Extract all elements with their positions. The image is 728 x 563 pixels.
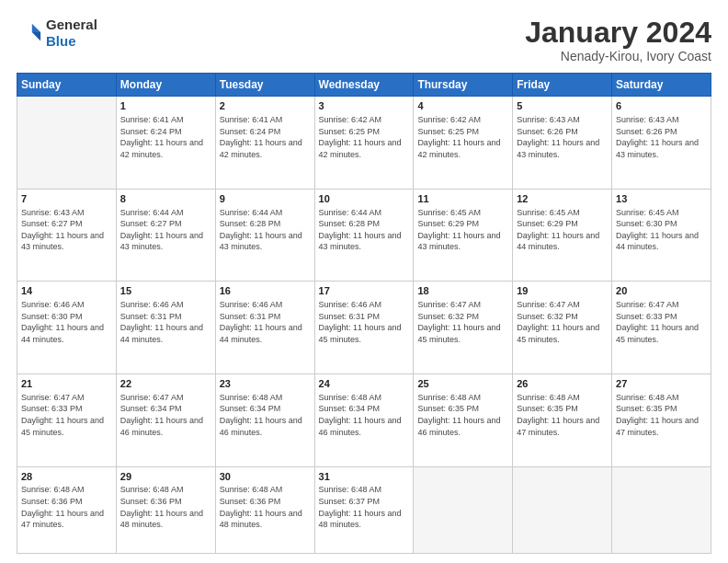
day-number: 25 [417,377,508,391]
calendar-day: 10Sunrise: 6:44 AMSunset: 6:28 PMDayligh… [314,189,414,282]
calendar-day: 15Sunrise: 6:46 AMSunset: 6:31 PMDayligh… [116,282,215,374]
calendar-day: 7Sunrise: 6:43 AMSunset: 6:27 PMDaylight… [17,189,117,282]
calendar-day: 19Sunrise: 6:47 AMSunset: 6:32 PMDayligh… [513,282,612,374]
header-saturday: Saturday [612,74,711,97]
calendar-day: 29Sunrise: 6:48 AMSunset: 6:36 PMDayligh… [116,466,215,553]
main-title: January 2024 [525,17,711,49]
calendar-day: 17Sunrise: 6:46 AMSunset: 6:31 PMDayligh… [314,282,414,374]
calendar-day: 23Sunrise: 6:48 AMSunset: 6:34 PMDayligh… [215,373,314,466]
day-info: Sunrise: 6:47 AMSunset: 6:34 PMDaylight:… [120,392,211,438]
day-info: Sunrise: 6:47 AMSunset: 6:32 PMDaylight:… [417,299,508,345]
calendar-day: 27Sunrise: 6:48 AMSunset: 6:35 PMDayligh… [612,373,711,466]
day-info: Sunrise: 6:48 AMSunset: 6:37 PMDaylight:… [319,484,410,530]
calendar-week-row: 7Sunrise: 6:43 AMSunset: 6:27 PMDaylight… [17,189,711,282]
calendar-day: 28Sunrise: 6:48 AMSunset: 6:36 PMDayligh… [17,466,117,553]
calendar-day: 8Sunrise: 6:44 AMSunset: 6:27 PMDaylight… [116,189,215,282]
day-info: Sunrise: 6:43 AMSunset: 6:27 PMDaylight:… [21,207,112,253]
calendar-day [513,466,612,553]
header-monday: Monday [116,74,215,97]
day-info: Sunrise: 6:48 AMSunset: 6:34 PMDaylight:… [319,392,410,438]
day-info: Sunrise: 6:41 AMSunset: 6:24 PMDaylight:… [220,114,311,160]
calendar-day [414,466,513,553]
calendar-day: 22Sunrise: 6:47 AMSunset: 6:34 PMDayligh… [116,373,215,466]
page: General Blue January 2024 Nenady-Kirou, … [0,0,728,563]
day-info: Sunrise: 6:45 AMSunset: 6:29 PMDaylight:… [517,207,608,253]
calendar-day: 25Sunrise: 6:48 AMSunset: 6:35 PMDayligh… [414,373,513,466]
day-info: Sunrise: 6:41 AMSunset: 6:24 PMDaylight:… [120,114,211,160]
day-info: Sunrise: 6:45 AMSunset: 6:30 PMDaylight:… [616,207,707,253]
calendar-table: Sunday Monday Tuesday Wednesday Thursday… [17,73,711,554]
day-number: 30 [220,470,311,484]
header: General Blue January 2024 Nenady-Kirou, … [17,17,711,63]
day-number: 21 [21,377,112,391]
day-number: 29 [120,470,211,484]
day-info: Sunrise: 6:47 AMSunset: 6:32 PMDaylight:… [517,299,608,345]
day-info: Sunrise: 6:43 AMSunset: 6:26 PMDaylight:… [616,114,707,160]
day-number: 10 [319,192,410,206]
day-number: 24 [319,377,410,391]
calendar-day: 18Sunrise: 6:47 AMSunset: 6:32 PMDayligh… [414,282,513,374]
calendar-week-row: 14Sunrise: 6:46 AMSunset: 6:30 PMDayligh… [17,282,711,374]
day-info: Sunrise: 6:48 AMSunset: 6:36 PMDaylight:… [120,484,211,530]
day-info: Sunrise: 6:46 AMSunset: 6:31 PMDaylight:… [220,299,311,345]
calendar-week-row: 1Sunrise: 6:41 AMSunset: 6:24 PMDaylight… [17,97,711,190]
subtitle: Nenady-Kirou, Ivory Coast [525,49,711,63]
calendar-week-row: 21Sunrise: 6:47 AMSunset: 6:33 PMDayligh… [17,373,711,466]
calendar-day: 2Sunrise: 6:41 AMSunset: 6:24 PMDaylight… [215,97,314,190]
logo: General Blue [17,17,97,50]
day-info: Sunrise: 6:48 AMSunset: 6:36 PMDaylight:… [21,484,112,530]
day-number: 26 [517,377,608,391]
day-number: 28 [21,470,112,484]
calendar-day: 12Sunrise: 6:45 AMSunset: 6:29 PMDayligh… [513,189,612,282]
day-number: 17 [319,284,410,298]
logo-icon [17,20,42,46]
calendar-day [612,466,711,553]
calendar-day: 9Sunrise: 6:44 AMSunset: 6:28 PMDaylight… [215,189,314,282]
day-number: 3 [319,99,410,113]
calendar-week-row: 28Sunrise: 6:48 AMSunset: 6:36 PMDayligh… [17,466,711,553]
calendar-day: 24Sunrise: 6:48 AMSunset: 6:34 PMDayligh… [314,373,414,466]
day-number: 18 [417,284,508,298]
calendar-day: 5Sunrise: 6:43 AMSunset: 6:26 PMDaylight… [513,97,612,190]
header-tuesday: Tuesday [215,74,314,97]
calendar-day [17,97,117,190]
day-number: 19 [517,284,608,298]
day-info: Sunrise: 6:46 AMSunset: 6:30 PMDaylight:… [21,299,112,345]
day-info: Sunrise: 6:46 AMSunset: 6:31 PMDaylight:… [120,299,211,345]
day-number: 27 [616,377,707,391]
day-number: 1 [120,99,211,113]
calendar-day: 26Sunrise: 6:48 AMSunset: 6:35 PMDayligh… [513,373,612,466]
day-number: 16 [220,284,311,298]
day-number: 7 [21,192,112,206]
day-number: 9 [220,192,311,206]
day-number: 15 [120,284,211,298]
day-number: 6 [616,99,707,113]
calendar-day: 20Sunrise: 6:47 AMSunset: 6:33 PMDayligh… [612,282,711,374]
day-info: Sunrise: 6:43 AMSunset: 6:26 PMDaylight:… [517,114,608,160]
day-info: Sunrise: 6:44 AMSunset: 6:28 PMDaylight:… [319,207,410,253]
svg-marker-1 [32,32,40,40]
day-number: 13 [616,192,707,206]
calendar-day: 13Sunrise: 6:45 AMSunset: 6:30 PMDayligh… [612,189,711,282]
day-info: Sunrise: 6:48 AMSunset: 6:34 PMDaylight:… [220,392,311,438]
header-friday: Friday [513,74,612,97]
calendar-day: 14Sunrise: 6:46 AMSunset: 6:30 PMDayligh… [17,282,117,374]
day-info: Sunrise: 6:48 AMSunset: 6:35 PMDaylight:… [417,392,508,438]
day-info: Sunrise: 6:48 AMSunset: 6:35 PMDaylight:… [616,392,707,438]
day-info: Sunrise: 6:44 AMSunset: 6:27 PMDaylight:… [120,207,211,253]
calendar-day: 31Sunrise: 6:48 AMSunset: 6:37 PMDayligh… [314,466,414,553]
day-number: 20 [616,284,707,298]
day-number: 2 [220,99,311,113]
day-number: 14 [21,284,112,298]
day-number: 31 [319,470,410,484]
calendar-day: 11Sunrise: 6:45 AMSunset: 6:29 PMDayligh… [414,189,513,282]
day-info: Sunrise: 6:46 AMSunset: 6:31 PMDaylight:… [319,299,410,345]
day-info: Sunrise: 6:48 AMSunset: 6:36 PMDaylight:… [220,484,311,530]
day-number: 12 [517,192,608,206]
svg-marker-0 [32,24,40,32]
day-info: Sunrise: 6:42 AMSunset: 6:25 PMDaylight:… [319,114,410,160]
day-info: Sunrise: 6:48 AMSunset: 6:35 PMDaylight:… [517,392,608,438]
day-info: Sunrise: 6:47 AMSunset: 6:33 PMDaylight:… [21,392,112,438]
calendar-day: 21Sunrise: 6:47 AMSunset: 6:33 PMDayligh… [17,373,117,466]
calendar-header-row: Sunday Monday Tuesday Wednesday Thursday… [17,74,711,97]
